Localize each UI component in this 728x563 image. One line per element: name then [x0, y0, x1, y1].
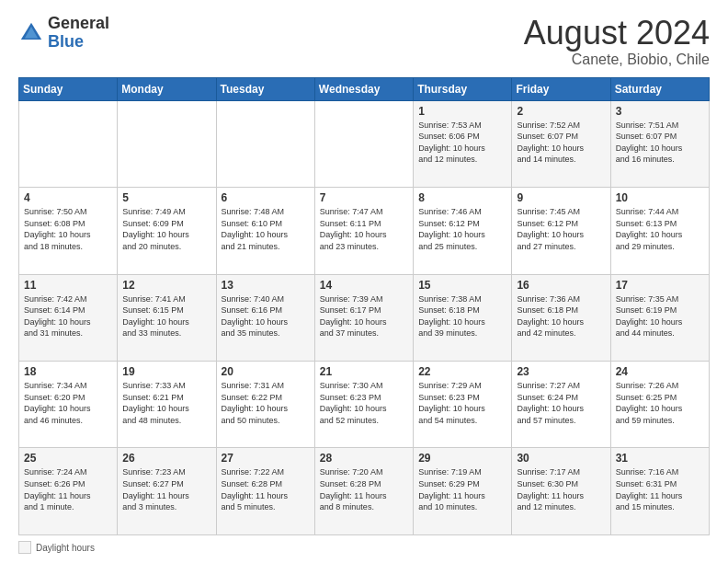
day-number: 25: [24, 452, 112, 465]
day-info: Sunrise: 7:17 AM Sunset: 6:30 PM Dayligh…: [517, 466, 605, 512]
day-number: 9: [517, 191, 605, 204]
calendar-cell: 5Sunrise: 7:49 AM Sunset: 6:09 PM Daylig…: [118, 188, 216, 274]
day-info: Sunrise: 7:26 AM Sunset: 6:25 PM Dayligh…: [616, 380, 704, 426]
day-number: 2: [517, 105, 605, 118]
month-year: August 2024: [524, 15, 710, 52]
calendar-day-header: Monday: [118, 77, 216, 100]
day-number: 29: [418, 452, 506, 465]
calendar-week-row: 25Sunrise: 7:24 AM Sunset: 6:26 PM Dayli…: [19, 448, 710, 535]
day-number: 31: [616, 452, 704, 465]
calendar-cell: [19, 100, 118, 187]
header: General Blue August 2024 Canete, Biobio,…: [18, 15, 710, 68]
day-info: Sunrise: 7:30 AM Sunset: 6:23 PM Dayligh…: [320, 380, 408, 426]
calendar-cell: 8Sunrise: 7:46 AM Sunset: 6:12 PM Daylig…: [414, 188, 512, 274]
day-number: 28: [320, 452, 408, 465]
calendar-cell: 9Sunrise: 7:45 AM Sunset: 6:12 PM Daylig…: [512, 188, 610, 274]
day-info: Sunrise: 7:33 AM Sunset: 6:21 PM Dayligh…: [122, 380, 210, 426]
location: Canete, Biobio, Chile: [524, 52, 710, 68]
day-info: Sunrise: 7:24 AM Sunset: 6:26 PM Dayligh…: [24, 466, 112, 512]
legend-item-daylight: Daylight hours: [18, 541, 95, 554]
calendar-day-header: Saturday: [610, 77, 709, 100]
calendar-cell: 26Sunrise: 7:23 AM Sunset: 6:27 PM Dayli…: [118, 448, 216, 535]
logo-icon: [18, 20, 44, 46]
day-info: Sunrise: 7:39 AM Sunset: 6:17 PM Dayligh…: [320, 293, 408, 339]
day-number: 13: [222, 279, 310, 292]
day-number: 5: [122, 191, 210, 204]
calendar-day-header: Wednesday: [314, 77, 413, 100]
day-info: Sunrise: 7:51 AM Sunset: 6:07 PM Dayligh…: [616, 120, 704, 166]
calendar-cell: 18Sunrise: 7:34 AM Sunset: 6:20 PM Dayli…: [19, 362, 118, 448]
calendar-cell: 7Sunrise: 7:47 AM Sunset: 6:11 PM Daylig…: [314, 188, 413, 274]
day-number: 23: [517, 365, 605, 378]
day-info: Sunrise: 7:42 AM Sunset: 6:14 PM Dayligh…: [24, 293, 112, 339]
day-number: 1: [418, 105, 506, 118]
day-info: Sunrise: 7:48 AM Sunset: 6:10 PM Dayligh…: [222, 206, 310, 252]
calendar-cell: 25Sunrise: 7:24 AM Sunset: 6:26 PM Dayli…: [19, 448, 118, 535]
day-number: 10: [616, 191, 704, 204]
calendar-cell: [314, 100, 413, 187]
day-number: 24: [616, 365, 704, 378]
day-info: Sunrise: 7:47 AM Sunset: 6:11 PM Dayligh…: [320, 206, 408, 252]
calendar-cell: 23Sunrise: 7:27 AM Sunset: 6:24 PM Dayli…: [512, 362, 610, 448]
calendar-cell: 12Sunrise: 7:41 AM Sunset: 6:15 PM Dayli…: [118, 274, 216, 361]
calendar-week-row: 1Sunrise: 7:53 AM Sunset: 6:06 PM Daylig…: [19, 100, 710, 187]
calendar-cell: 13Sunrise: 7:40 AM Sunset: 6:16 PM Dayli…: [216, 274, 314, 361]
day-number: 8: [418, 191, 506, 204]
day-number: 27: [222, 452, 310, 465]
day-number: 4: [24, 191, 112, 204]
calendar-cell: 28Sunrise: 7:20 AM Sunset: 6:28 PM Dayli…: [314, 448, 413, 535]
day-info: Sunrise: 7:36 AM Sunset: 6:18 PM Dayligh…: [517, 293, 605, 339]
day-number: 14: [320, 279, 408, 292]
calendar-week-row: 4Sunrise: 7:50 AM Sunset: 6:08 PM Daylig…: [19, 188, 710, 274]
day-info: Sunrise: 7:22 AM Sunset: 6:28 PM Dayligh…: [222, 466, 310, 512]
calendar-cell: 21Sunrise: 7:30 AM Sunset: 6:23 PM Dayli…: [314, 362, 413, 448]
day-info: Sunrise: 7:20 AM Sunset: 6:28 PM Dayligh…: [320, 466, 408, 512]
legend-daylight-label: Daylight hours: [36, 543, 95, 553]
day-number: 7: [320, 191, 408, 204]
day-info: Sunrise: 7:41 AM Sunset: 6:15 PM Dayligh…: [122, 293, 210, 339]
calendar-cell: 19Sunrise: 7:33 AM Sunset: 6:21 PM Dayli…: [118, 362, 216, 448]
legend: Daylight hours: [18, 541, 710, 554]
calendar-cell: 20Sunrise: 7:31 AM Sunset: 6:22 PM Dayli…: [216, 362, 314, 448]
calendar-day-header: Thursday: [414, 77, 512, 100]
calendar-week-row: 18Sunrise: 7:34 AM Sunset: 6:20 PM Dayli…: [19, 362, 710, 448]
calendar-cell: 14Sunrise: 7:39 AM Sunset: 6:17 PM Dayli…: [314, 274, 413, 361]
legend-box-daylight: [18, 541, 31, 554]
calendar-cell: 1Sunrise: 7:53 AM Sunset: 6:06 PM Daylig…: [414, 100, 512, 187]
day-number: 19: [122, 365, 210, 378]
calendar-day-header: Sunday: [19, 77, 118, 100]
calendar-cell: 31Sunrise: 7:16 AM Sunset: 6:31 PM Dayli…: [610, 448, 709, 535]
day-info: Sunrise: 7:49 AM Sunset: 6:09 PM Dayligh…: [122, 206, 210, 252]
calendar-cell: 22Sunrise: 7:29 AM Sunset: 6:23 PM Dayli…: [414, 362, 512, 448]
logo-general-text: General: [48, 14, 109, 32]
day-number: 12: [122, 279, 210, 292]
day-info: Sunrise: 7:16 AM Sunset: 6:31 PM Dayligh…: [616, 466, 704, 512]
day-number: 20: [222, 365, 310, 378]
calendar-cell: 3Sunrise: 7:51 AM Sunset: 6:07 PM Daylig…: [610, 100, 709, 187]
day-number: 21: [320, 365, 408, 378]
day-info: Sunrise: 7:52 AM Sunset: 6:07 PM Dayligh…: [517, 120, 605, 166]
day-number: 6: [222, 191, 310, 204]
day-info: Sunrise: 7:31 AM Sunset: 6:22 PM Dayligh…: [222, 380, 310, 426]
day-info: Sunrise: 7:29 AM Sunset: 6:23 PM Dayligh…: [418, 380, 506, 426]
day-info: Sunrise: 7:40 AM Sunset: 6:16 PM Dayligh…: [222, 293, 310, 339]
day-info: Sunrise: 7:38 AM Sunset: 6:18 PM Dayligh…: [418, 293, 506, 339]
calendar-cell: [118, 100, 216, 187]
calendar-cell: 17Sunrise: 7:35 AM Sunset: 6:19 PM Dayli…: [610, 274, 709, 361]
calendar-cell: 16Sunrise: 7:36 AM Sunset: 6:18 PM Dayli…: [512, 274, 610, 361]
day-number: 15: [418, 279, 506, 292]
calendar-cell: 6Sunrise: 7:48 AM Sunset: 6:10 PM Daylig…: [216, 188, 314, 274]
day-info: Sunrise: 7:53 AM Sunset: 6:06 PM Dayligh…: [418, 120, 506, 166]
calendar-day-header: Tuesday: [216, 77, 314, 100]
calendar-cell: 24Sunrise: 7:26 AM Sunset: 6:25 PM Dayli…: [610, 362, 709, 448]
day-info: Sunrise: 7:44 AM Sunset: 6:13 PM Dayligh…: [616, 206, 704, 252]
logo-blue-text: Blue: [48, 32, 84, 51]
title-block: August 2024 Canete, Biobio, Chile: [524, 15, 710, 68]
day-number: 30: [517, 452, 605, 465]
logo-text: General Blue: [48, 15, 109, 52]
logo: General Blue: [18, 15, 109, 52]
day-number: 17: [616, 279, 704, 292]
day-info: Sunrise: 7:27 AM Sunset: 6:24 PM Dayligh…: [517, 380, 605, 426]
calendar-cell: [216, 100, 314, 187]
calendar-cell: 2Sunrise: 7:52 AM Sunset: 6:07 PM Daylig…: [512, 100, 610, 187]
